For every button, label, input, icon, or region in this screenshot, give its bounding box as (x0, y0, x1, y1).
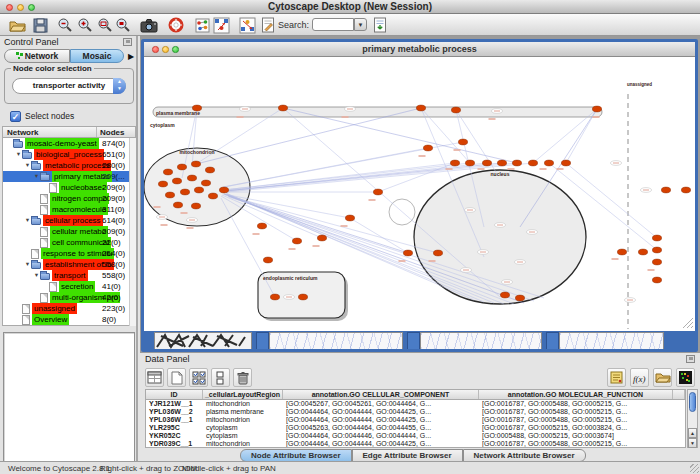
zoom-window-icon[interactable] (28, 4, 35, 11)
tree-row[interactable]: ▼primary metabo209(... (3, 171, 135, 182)
minimized-network-window[interactable] (154, 332, 252, 349)
tab-scroll-right-icon[interactable]: ▶ (128, 52, 134, 61)
search-dropdown-icon[interactable]: ▼ (354, 18, 367, 31)
network-edge[interactable] (222, 195, 322, 238)
network-node[interactable] (191, 161, 200, 167)
tree-row[interactable]: secretion41(0) (3, 281, 135, 292)
select-attributes-icon[interactable] (189, 368, 208, 387)
tree-row[interactable]: Overview8(0) (3, 314, 135, 325)
tab-mosaic[interactable]: Mosaic (70, 49, 124, 63)
select-nodes-checkbox[interactable]: ✓ (10, 111, 21, 122)
network-node[interactable] (638, 249, 647, 255)
background-network-window[interactable] (420, 332, 542, 349)
network-node[interactable] (681, 187, 690, 193)
scroll-up-icon[interactable]: ▲ (688, 428, 697, 438)
network-node[interactable] (544, 160, 553, 166)
network-node[interactable] (433, 250, 442, 256)
network-node[interactable] (177, 164, 186, 170)
network-node[interactable] (500, 292, 509, 298)
network-edge[interactable] (224, 163, 470, 190)
tree-row[interactable]: unassigned223(0) (3, 303, 135, 314)
network-node[interactable] (661, 187, 670, 193)
background-network-window[interactable] (269, 332, 403, 349)
col-header-region[interactable]: _cellularLayoutRegion (203, 390, 283, 399)
network-edge[interactable] (221, 198, 275, 297)
network-node[interactable] (512, 160, 521, 166)
minimize-network-window-icon[interactable] (162, 46, 169, 53)
network-node[interactable] (482, 160, 491, 166)
function-builder-icon[interactable]: f(x) (630, 368, 649, 387)
zoom-selected-icon[interactable] (114, 16, 132, 34)
tab-network[interactable]: Network (4, 49, 70, 63)
annotation-pad-icon[interactable] (607, 368, 626, 387)
network-node[interactable] (191, 203, 200, 209)
network-node[interactable] (187, 175, 196, 181)
network-node[interactable] (450, 160, 459, 166)
tree-row[interactable]: nucleobase-209(0) (3, 182, 135, 193)
network-node[interactable] (173, 202, 182, 208)
background-window-titlebar[interactable] (407, 332, 420, 349)
data-table-scrollbar[interactable]: ▲ ▼ (687, 389, 698, 448)
network-node[interactable] (345, 215, 354, 221)
tree-row[interactable]: mosaic-demo-yeast874(0) (3, 138, 135, 149)
disclosure-triangle-icon[interactable]: ▼ (15, 149, 22, 160)
delete-attribute-icon[interactable] (233, 368, 252, 387)
scroll-down-icon[interactable]: ▼ (688, 438, 697, 448)
tree-row[interactable]: ▼biological_process651(0) (3, 149, 135, 160)
scrollbar-thumb[interactable] (689, 392, 696, 412)
float-panel-icon[interactable] (123, 38, 132, 46)
network-node[interactable] (451, 107, 460, 113)
network-node[interactable] (403, 250, 412, 256)
network-node[interactable] (172, 178, 181, 184)
float-data-panel-icon[interactable] (686, 355, 695, 363)
network-node[interactable] (617, 249, 626, 255)
network-node[interactable] (219, 187, 228, 193)
network-node[interactable] (208, 193, 217, 199)
save-icon[interactable] (31, 16, 49, 34)
table-row[interactable]: YLR295Ccytoplasm[GO:0045263, GO:0044464,… (146, 424, 685, 432)
annotation-icon[interactable] (259, 16, 277, 34)
network-node[interactable] (373, 189, 382, 195)
zoom-fit-icon[interactable] (96, 16, 114, 34)
network-node[interactable] (423, 145, 432, 151)
tree-row[interactable]: ▼metabolic process280(0) (3, 160, 135, 171)
network-window[interactable]: primary metabolic process plasma membran… (141, 39, 698, 352)
network-node[interactable] (458, 139, 467, 145)
network-node[interactable] (652, 259, 661, 265)
network-window-titlebar[interactable]: primary metabolic process (144, 42, 695, 57)
network-node[interactable] (194, 187, 203, 193)
col-header-cellular-component[interactable]: annotation.GO CELLULAR_COMPONENT (283, 390, 479, 399)
zoom-out-icon[interactable] (56, 16, 74, 34)
close-window-icon[interactable] (6, 4, 13, 11)
tree-row[interactable]: ▼cellular process614(0) (3, 215, 135, 226)
tree-row[interactable]: nitrogen compo209(0) (3, 193, 135, 204)
background-network-window[interactable] (559, 332, 664, 349)
table-row[interactable]: YKR052Ccytoplasm[GO:0044464, GO:0044446,… (146, 432, 685, 440)
import-attributes-icon[interactable] (653, 368, 672, 387)
network-node[interactable] (165, 192, 174, 198)
disclosure-triangle-icon[interactable]: ▼ (33, 270, 40, 281)
birds-eye-view[interactable] (3, 332, 135, 474)
disclosure-triangle-icon[interactable]: ▼ (24, 215, 31, 226)
network-node[interactable] (205, 167, 214, 173)
close-network-window-icon[interactable] (152, 46, 159, 53)
network-node[interactable] (201, 180, 210, 186)
network-node[interactable] (416, 105, 425, 111)
network-edge[interactable] (224, 194, 408, 253)
network-node[interactable] (652, 247, 661, 253)
network-node[interactable] (298, 294, 307, 300)
tree-row[interactable]: macromolecule311(0) (3, 204, 135, 215)
col-header-molecular-function[interactable]: annotation.GO MOLECULAR_FUNCTION (479, 390, 673, 399)
tree-row[interactable]: multi-organism pro42(0) (3, 292, 135, 303)
network-node[interactable] (528, 160, 537, 166)
network-node[interactable] (180, 189, 189, 195)
table-row[interactable]: YJR121W__1mitochondrion[GO:0045267, GO:0… (146, 400, 685, 408)
background-window-titlebar[interactable] (546, 332, 559, 349)
import-file-icon[interactable] (371, 16, 389, 34)
network-node[interactable] (652, 235, 661, 241)
tree-row[interactable]: cell communicat22(0) (3, 237, 135, 248)
network-node[interactable] (497, 160, 506, 166)
new-attribute-icon[interactable] (167, 368, 186, 387)
network-node[interactable] (158, 181, 167, 187)
layout-2-icon[interactable] (238, 16, 256, 34)
